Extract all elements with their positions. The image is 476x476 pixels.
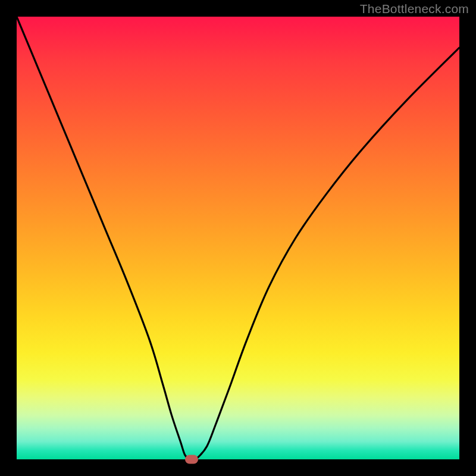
chart-frame: TheBottleneck.com [0,0,476,476]
optimal-point-marker [185,455,198,464]
plot-area [17,17,459,459]
watermark-text: TheBottleneck.com [360,2,469,16]
bottleneck-curve [17,17,459,459]
